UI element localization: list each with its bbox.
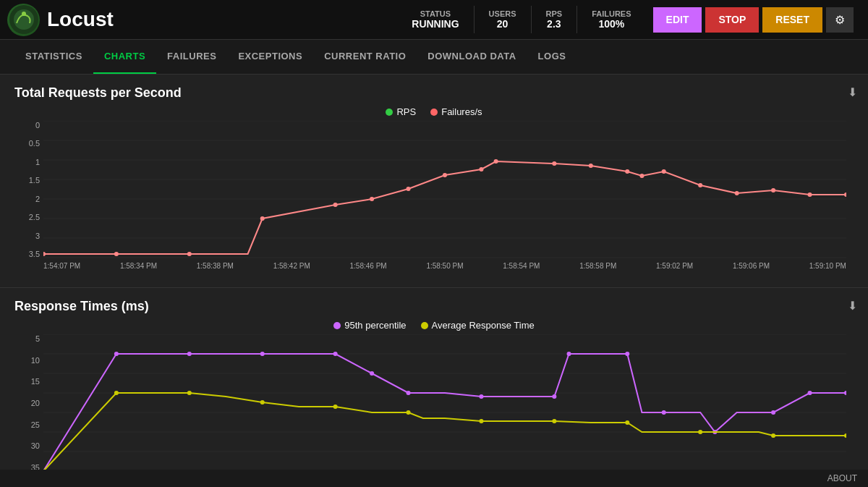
nav: STATISTICS CHARTS FAILURES EXCEPTIONS CU… [0,40,868,75]
svg-point-55 [187,391,192,395]
status-block-status: STATUS RUNNING [397,6,474,33]
svg-point-13 [187,252,192,256]
legend-avg-label: Average Response Time [432,320,535,331]
legend-95th: 95th percentile [333,320,406,331]
about-bar: ABOUT [0,470,868,487]
svg-point-14 [260,216,265,221]
chart-response-container: ⬇ Response Times (ms) 95th percentile Av… [0,288,868,486]
chart-rps-svg [43,121,846,258]
edit-button[interactable]: EDIT [653,7,702,33]
svg-point-63 [771,433,775,438]
legend-failures-dot [430,109,438,116]
svg-point-11 [43,252,46,256]
svg-point-62 [698,430,702,434]
svg-point-46 [552,394,556,399]
charts-area: ⬇ Total Requests per Second RPS Failures… [0,75,868,486]
svg-point-53 [844,391,846,395]
legend-rps-label: RPS [396,106,416,117]
svg-point-17 [407,187,411,191]
chart-rps-area [43,121,846,258]
svg-point-42 [333,352,338,356]
stop-button[interactable]: STOP [705,7,759,33]
svg-point-64 [844,433,846,438]
svg-point-51 [771,410,775,415]
legend-failures: Failures/s [430,106,482,117]
rps-label: RPS [546,9,563,18]
svg-point-19 [479,167,483,171]
nav-statistics[interactable]: STATISTICS [14,40,93,74]
svg-point-60 [552,419,556,423]
svg-point-26 [698,183,702,187]
status-value: RUNNING [412,18,459,30]
chart-rps-wrapper: 3.5 3 2.5 2 1.5 1 0.5 0 [14,121,854,280]
svg-point-57 [333,405,338,409]
rps-value: 2.3 [547,18,561,30]
nav-failures[interactable]: FAILURES [156,40,227,74]
svg-point-41 [260,352,265,356]
svg-point-29 [808,192,812,197]
svg-point-16 [370,197,374,201]
logo-area: Locust [7,4,114,36]
reset-button[interactable]: RESET [762,7,822,33]
users-value: 20 [497,18,509,30]
svg-point-27 [735,191,739,195]
svg-point-28 [771,188,775,192]
download-rps-icon[interactable]: ⬇ [848,85,857,99]
users-label: USERS [489,9,516,18]
settings-button[interactable]: ⚙ [826,7,854,33]
chart-rps-x-axis: 1:54:07 PM 1:58:34 PM 1:58:38 PM 1:58:42… [43,258,846,280]
svg-point-24 [639,174,644,178]
svg-point-18 [443,173,447,177]
svg-point-59 [479,419,483,423]
svg-point-21 [552,161,556,166]
chart-response-wrapper: 35 30 25 20 15 10 5 [14,334,854,486]
nav-exceptions[interactable]: EXCEPTIONS [227,40,313,74]
header: Locust STATUS RUNNING USERS 20 RPS 2.3 F… [0,0,868,40]
svg-point-44 [407,391,411,395]
status-block-failures: FAILURES 100% [577,6,645,33]
svg-point-49 [662,410,666,415]
chart-response-y-axis: 35 30 25 20 15 10 5 [14,334,43,472]
chart-rps-legend: RPS Failures/s [14,106,854,117]
svg-point-45 [479,394,483,399]
chart-rps-container: ⬇ Total Requests per Second RPS Failures… [0,75,868,288]
status-label: STATUS [420,9,451,18]
svg-point-2 [22,12,26,16]
svg-point-58 [407,410,411,415]
nav-logs[interactable]: LOGS [527,40,577,74]
svg-point-52 [808,391,812,395]
legend-95th-label: 95th percentile [344,320,406,331]
header-buttons: EDIT STOP RESET ⚙ [653,7,854,33]
svg-point-43 [370,371,374,376]
nav-charts[interactable]: CHARTS [93,40,156,74]
nav-download-data[interactable]: DOWNLOAD DATA [417,40,527,74]
chart-response-title: Response Times (ms) [14,299,854,314]
svg-point-48 [625,352,629,356]
legend-failures-label: Failures/s [441,106,482,117]
svg-point-54 [114,391,119,395]
svg-point-30 [844,192,846,197]
svg-point-47 [567,352,571,356]
svg-point-61 [625,420,629,425]
status-blocks: STATUS RUNNING USERS 20 RPS 2.3 FAILURES… [397,6,645,33]
svg-point-20 [494,159,498,164]
svg-point-56 [260,400,265,405]
svg-point-12 [114,252,119,256]
svg-point-22 [589,164,593,168]
failures-label: FAILURES [592,9,631,18]
legend-rps: RPS [386,106,416,117]
svg-point-39 [114,352,119,356]
chart-response-svg [43,334,846,472]
nav-current-ratio[interactable]: CURRENT RATIO [313,40,417,74]
chart-response-legend: 95th percentile Average Response Time [14,320,854,331]
svg-point-25 [662,169,666,174]
failures-value: 100% [598,18,624,30]
app-title: Locust [47,8,114,31]
svg-point-40 [187,352,192,356]
legend-95th-dot [333,322,341,329]
about-label[interactable]: ABOUT [827,473,857,483]
chart-rps-title: Total Requests per Second [14,85,854,101]
chart-response-area [43,334,846,472]
download-response-icon[interactable]: ⬇ [848,299,857,313]
chart-rps-y-axis: 3.5 3 2.5 2 1.5 1 0.5 0 [14,121,43,258]
